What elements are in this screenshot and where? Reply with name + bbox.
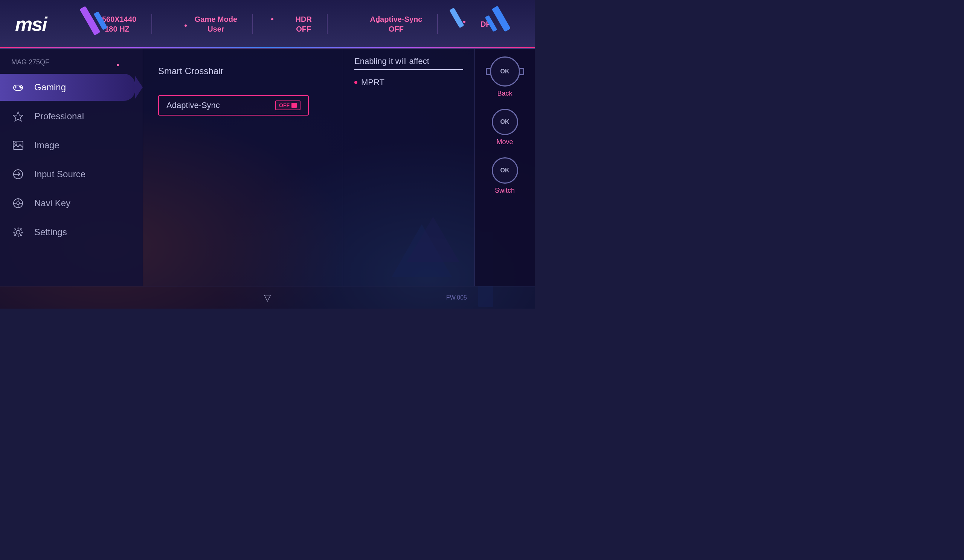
svg-point-7 — [20, 86, 21, 87]
toggle-off-text: OFF — [279, 102, 290, 109]
sidebar-item-gaming-label: Gaming — [34, 82, 66, 93]
image-icon — [11, 138, 25, 152]
svg-point-20 — [16, 230, 20, 234]
move-control[interactable]: OK Move — [492, 109, 518, 146]
adaptive-sync-control[interactable]: Adaptive-Sync OFF — [158, 95, 309, 115]
adaptive-sync-toggle[interactable]: OFF — [275, 101, 301, 110]
svg-marker-9 — [13, 112, 23, 121]
back-control[interactable]: OK Back — [490, 57, 520, 97]
info-item-mprt: MPRT — [354, 78, 463, 87]
adaptive-sync-control-label: Adaptive-Sync — [166, 101, 220, 110]
main-panel: Smart Crosshair Adaptive-Sync OFF — [143, 49, 343, 286]
info-item-mprt-label: MPRT — [361, 78, 384, 87]
back-button-left-nub — [486, 68, 490, 75]
back-button-circle[interactable]: OK — [490, 57, 520, 86]
switch-button-circle[interactable]: OK — [492, 157, 518, 183]
info-panel: Enabling it will affect MPRT — [343, 49, 474, 286]
back-button-right-nub — [519, 68, 524, 75]
msi-logo: msi — [15, 13, 47, 36]
model-name: MAG 275QF — [0, 57, 143, 72]
fw-version: FW.005 — [446, 294, 467, 301]
sidebar-item-image-label: Image — [34, 140, 60, 151]
header: msi 2560X1440 180 HZ Game Mode User HDR … — [0, 0, 535, 49]
switch-label: Switch — [495, 187, 515, 195]
switch-ok-text: OK — [500, 167, 510, 174]
sidebar-item-image[interactable]: Image — [0, 132, 143, 159]
sidebar-item-input-source-label: Input Source — [34, 169, 85, 180]
smart-crosshair-row[interactable]: Smart Crosshair — [158, 60, 327, 82]
gamepad-icon — [11, 81, 25, 94]
header-stats: 2560X1440 180 HZ Game Mode User HDR OFF … — [69, 14, 519, 34]
stat-adaptive-sync: Adaptive-Sync OFF — [355, 14, 438, 34]
sidebar-item-professional-label: Professional — [34, 111, 84, 122]
controls-panel: OK Back OK Move OK Switch — [474, 49, 535, 286]
toggle-indicator — [291, 103, 297, 108]
stat-hdr: HDR OFF — [280, 14, 327, 34]
move-label: Move — [496, 138, 513, 146]
sidebar-item-gaming[interactable]: Gaming — [0, 74, 135, 101]
sidebar-item-navi-key-label: Navi Key — [34, 198, 70, 208]
sidebar-item-input-source[interactable]: Input Source — [0, 161, 143, 188]
back-label: Back — [497, 89, 512, 97]
sidebar-item-settings[interactable]: Settings — [0, 219, 143, 246]
sidebar-item-navi-key[interactable]: Navi Key — [0, 190, 143, 217]
sidebar-item-settings-label: Settings — [34, 227, 67, 237]
back-ok-text: OK — [500, 68, 510, 75]
svg-point-8 — [21, 87, 22, 88]
content-area: MAG 275QF Gaming — [0, 49, 535, 286]
sidebar: MAG 275QF Gaming — [0, 49, 143, 286]
info-title: Enabling it will affect — [354, 57, 463, 70]
move-button-circle[interactable]: OK — [492, 109, 518, 135]
stat-game-mode: Game Mode User — [180, 14, 253, 34]
settings-icon — [11, 226, 25, 239]
move-ok-text: OK — [500, 118, 510, 125]
down-arrow-icon: ▽ — [264, 292, 271, 303]
input-icon — [11, 167, 25, 181]
smart-crosshair-label: Smart Crosshair — [158, 66, 233, 76]
bullet-dot — [354, 81, 357, 84]
star-icon — [11, 110, 25, 123]
svg-rect-10 — [13, 141, 23, 149]
sidebar-item-professional[interactable]: Professional — [0, 103, 143, 130]
bottom-bar: ▽ FW.005 — [0, 286, 535, 308]
navi-icon — [11, 196, 25, 210]
adaptive-sync-row[interactable]: Adaptive-Sync OFF — [158, 89, 327, 121]
svg-point-15 — [16, 202, 20, 205]
switch-control[interactable]: OK Switch — [492, 157, 518, 195]
